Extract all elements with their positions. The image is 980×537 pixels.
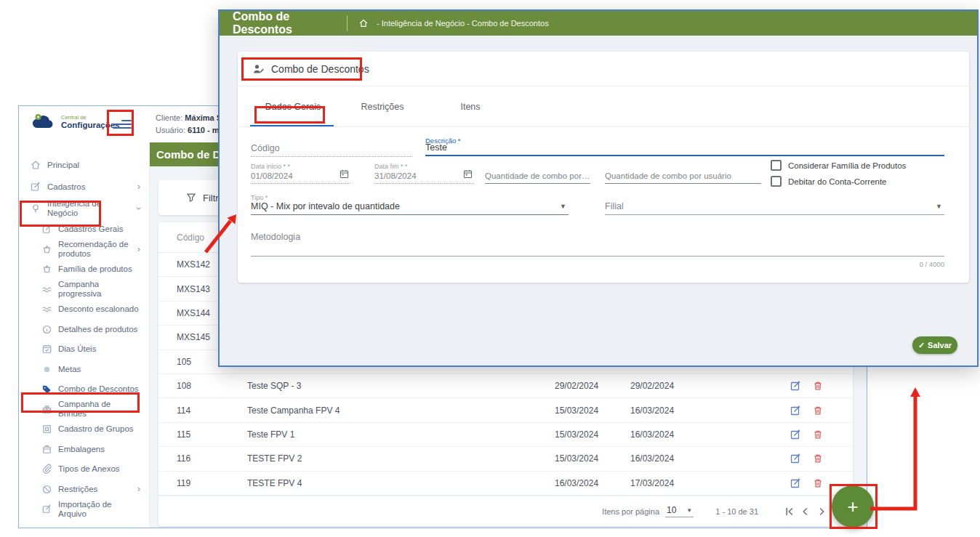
column-header-codigo: Código — [177, 233, 204, 243]
sidebar-item-importacao-arquivo[interactable]: Importação de Arquivo — [19, 499, 149, 520]
next-page-icon[interactable] — [815, 505, 828, 518]
sidebar-item-principal[interactable]: Principal — [19, 154, 149, 176]
checkbox-icon — [771, 176, 782, 187]
chevron-right-icon: › — [137, 485, 140, 493]
sidebar-item-embalagens[interactable]: Embalagens — [19, 440, 149, 460]
items-per-page-select[interactable]: 10 ▼ — [665, 505, 694, 517]
menu-toggle-icon[interactable] — [111, 116, 133, 133]
edit-row-icon[interactable] — [790, 405, 801, 416]
debitar-conta-corrente-checkbox[interactable]: Debitar do Conta-Corrente — [771, 176, 906, 187]
data-inicio-field[interactable]: Data inicio * * 01/08/2024 — [251, 163, 350, 184]
quantidade-cliente-field[interactable]: Quantidade de combo por clien... — [485, 163, 590, 184]
frame-icon — [41, 424, 52, 435]
table-row: 115Teste FPV 115/03/202416/03/2024 — [158, 423, 853, 447]
metodologia-field[interactable]: Metodologia — [251, 229, 944, 257]
package-icon — [41, 444, 52, 455]
delete-row-icon[interactable] — [813, 381, 823, 391]
sidebar-item-campanha-brindes[interactable]: Campanha de Brindes — [19, 400, 149, 420]
caret-down-icon: ▼ — [560, 203, 566, 210]
sidebar-item-recomendacao-produtos[interactable]: Recomendação de produtos › — [19, 240, 149, 260]
tab-dados-gerais[interactable]: Dados Gerais — [249, 86, 337, 126]
sidebar-item-restricoes[interactable]: Restrições › — [19, 480, 149, 500]
first-page-icon[interactable] — [783, 505, 796, 518]
save-button[interactable]: ✓ Salvar — [912, 336, 957, 354]
sidebar-nav: Principal Cadastros › Inteligência de Ne… — [19, 142, 150, 528]
combo-form-card: Combo de Descontos Dados Gerais Restriçõ… — [238, 52, 969, 283]
waves-icon — [41, 304, 52, 315]
delete-row-icon[interactable] — [813, 478, 823, 488]
delete-row-icon[interactable] — [813, 453, 823, 464]
filial-select[interactable]: Filial ▼ — [605, 194, 944, 215]
delete-row-icon[interactable] — [813, 405, 823, 416]
tab-restricoes[interactable]: Restrições — [337, 86, 428, 126]
tag-icon — [41, 384, 52, 395]
calendar-icon[interactable] — [463, 169, 473, 179]
tipo-select[interactable]: Tipo * MIQ - Mix por intevalo de quantid… — [251, 194, 569, 215]
data-fim-field[interactable]: Data fim * * 31/08/2024 — [374, 163, 474, 184]
edit-row-icon[interactable] — [790, 453, 801, 464]
active-tab-indicator — [250, 125, 334, 126]
edit-icon — [30, 181, 41, 193]
edit-row-icon[interactable] — [790, 477, 801, 488]
home-breadcrumb-icon[interactable] — [358, 18, 369, 28]
info-icon — [41, 324, 52, 335]
sidebar-item-inteligencia-negocio[interactable]: Inteligência de Negócio › — [19, 198, 149, 219]
sidebar-item-tipos-anexos[interactable]: Tipos de Anexos — [19, 459, 149, 480]
edit-row-icon[interactable] — [790, 381, 801, 392]
sidebar-item-metas[interactable]: Metas — [19, 360, 149, 380]
char-counter: 0 / 4000 — [251, 260, 944, 268]
sidebar-item-familia-produtos[interactable]: Família de produtos — [19, 259, 149, 280]
codigo-field[interactable]: Código — [251, 140, 412, 157]
plus-icon: + — [847, 497, 858, 516]
sidebar-item-desconto-escalonado[interactable]: Desconto escalonado — [19, 299, 149, 320]
caret-down-icon: ▼ — [686, 507, 692, 514]
edit-row-icon[interactable] — [790, 429, 801, 440]
paperclip-icon — [41, 464, 52, 475]
table-row: 119TESTE FPV 416/03/202417/03/2024 — [158, 472, 853, 496]
quantidade-usuario-field[interactable]: Quantidade de combo por usuário — [605, 163, 761, 184]
title-divider — [347, 15, 348, 31]
sidebar-item-detalhes-produtos[interactable]: Detalhes de produtos — [19, 320, 149, 340]
table-row: 108Teste SQP - 329/02/202429/02/2024 — [158, 374, 853, 398]
table-row: 114Teste Campanha FPV 415/03/202416/03/2… — [158, 398, 853, 422]
table-row: 116TESTE FPV 215/03/202416/03/2024 — [158, 447, 853, 471]
sidebar-item-dias-uteis[interactable]: Dias Úteis — [19, 339, 149, 360]
block-icon — [41, 484, 52, 495]
calendar-icon[interactable] — [340, 169, 349, 179]
delete-row-icon[interactable] — [813, 429, 823, 440]
checkbox-group: Considerar Família de Produtos Debitar d… — [771, 160, 906, 187]
chevron-right-icon: › — [137, 246, 140, 253]
add-combo-button[interactable]: + — [832, 485, 874, 528]
waves-icon — [41, 284, 52, 295]
bulb-icon — [30, 203, 41, 214]
cloud-gear-logo-icon — [31, 113, 57, 130]
check-icon: ✓ — [918, 341, 925, 350]
sidebar-item-cadastro-grupos[interactable]: Cadastro de Grupos — [19, 419, 149, 440]
sidebar-item-cadastros[interactable]: Cadastros › — [19, 176, 149, 198]
app-logo: Central de Configurações — [31, 113, 120, 130]
tab-itens[interactable]: Itens — [428, 86, 513, 126]
sidebar-item-combo-descontos[interactable]: Combo de Descontos — [19, 379, 149, 400]
form-tabs: Dados Gerais Restrições Itens — [238, 86, 969, 127]
chevron-down-icon: › — [135, 207, 142, 210]
caret-down-icon: ▼ — [936, 203, 942, 210]
pagination-bar: Itens por página 10 ▼ 1 - 10 de 31 — [158, 496, 853, 526]
items-per-page-label: Itens por página — [602, 507, 659, 516]
chevron-right-icon: › — [137, 183, 140, 190]
gift-icon — [41, 404, 52, 415]
person-edit-icon — [252, 63, 265, 75]
previous-page-icon[interactable] — [799, 505, 812, 518]
checkbox-icon — [771, 160, 782, 171]
descricao-field[interactable]: Descrição * Teste — [425, 137, 944, 156]
considerar-familia-checkbox[interactable]: Considerar Família de Produtos — [771, 160, 906, 171]
calendar-check-icon — [41, 344, 52, 355]
sidebar-item-campanha-progressiva[interactable]: Campanha progressiva — [19, 280, 149, 300]
dot-icon — [41, 364, 52, 375]
home-icon — [30, 159, 41, 171]
form-card-title: Combo de Descontos — [271, 63, 369, 75]
combo-descontos-dialog: Combo de Descontos - Inteligência de Neg… — [218, 9, 979, 367]
sidebar-item-cadastros-gerais[interactable]: Cadastros Gerais — [19, 219, 149, 240]
basket-icon — [41, 264, 52, 275]
filter-funnel-icon — [186, 193, 196, 203]
edit-icon — [41, 224, 52, 235]
